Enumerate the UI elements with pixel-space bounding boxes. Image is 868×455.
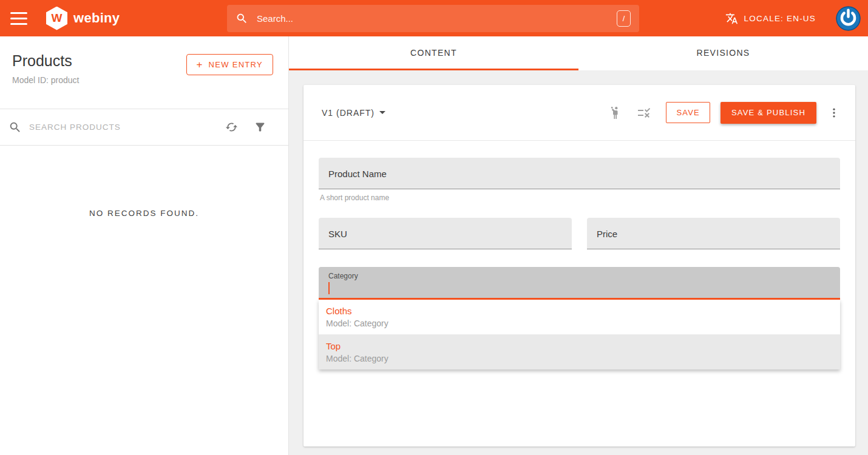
product-name-field[interactable]: Product Name [319, 158, 840, 189]
webiny-hexagon-icon: W [46, 7, 67, 30]
search-icon [236, 12, 248, 25]
entry-card-header: V1 (DRAFT) SAVE [303, 85, 855, 141]
records-sidebar: Products Model ID: product + NEW ENTRY N… [0, 36, 289, 455]
sku-label: SKU [328, 228, 347, 238]
category-section: Category Cloths Model: Category Top Mode… [319, 267, 840, 369]
content-panel: V1 (DRAFT) SAVE [289, 70, 868, 455]
global-search-bar: / [227, 5, 639, 32]
menu-bar [10, 18, 27, 19]
new-entry-button[interactable]: + NEW ENTRY [186, 54, 273, 75]
entry-form: Product Name A short product name SKU Pr… [303, 141, 855, 369]
top-app-bar: W webiny / LOCALE: EN-US [0, 0, 868, 36]
product-name-label: Product Name [328, 168, 387, 178]
translate-icon [725, 12, 738, 25]
new-entry-label: NEW ENTRY [209, 60, 263, 69]
product-name-helper: A short product name [320, 194, 840, 202]
tab-content[interactable]: CONTENT [289, 36, 578, 70]
webiny-logo[interactable]: W webiny [46, 7, 120, 30]
request-review-button[interactable] [608, 106, 622, 120]
locale-selector[interactable]: LOCALE: EN-US [725, 12, 816, 25]
menu-bar [10, 23, 27, 25]
menu-bar [10, 12, 27, 14]
logo-wordmark: webiny [73, 10, 120, 26]
filter-icon [254, 121, 266, 133]
empty-state-message: NO RECORDS FOUND. [0, 209, 288, 218]
logo-letter: W [52, 12, 63, 25]
option-title: Top [326, 341, 833, 351]
version-label: V1 (DRAFT) [322, 108, 375, 118]
price-field[interactable]: Price [587, 218, 840, 249]
filter-button[interactable] [254, 121, 266, 133]
entry-card: V1 (DRAFT) SAVE [303, 85, 855, 447]
option-title: Cloths [326, 306, 833, 316]
option-subtitle: Model: Category [326, 354, 833, 363]
tab-revisions[interactable]: REVISIONS [578, 36, 868, 70]
category-field[interactable]: Category [319, 267, 840, 300]
entry-editor-area: CONTENT REVISIONS V1 (DRAFT) [289, 36, 868, 455]
editor-tabs: CONTENT REVISIONS [289, 36, 868, 70]
save-publish-button[interactable]: SAVE & PUBLISH [721, 102, 816, 124]
sku-field[interactable]: SKU [319, 218, 572, 249]
refresh-icon [225, 121, 238, 133]
model-id-subtitle: Model ID: product [12, 75, 288, 85]
records-search-row [0, 109, 288, 146]
global-search-input[interactable] [257, 13, 617, 24]
price-label: Price [597, 228, 617, 238]
locale-label: LOCALE: EN-US [744, 14, 816, 23]
refresh-button[interactable] [225, 121, 238, 133]
topbar-right-cluster: LOCALE: EN-US [725, 0, 861, 36]
save-button[interactable]: SAVE [666, 102, 710, 123]
suggestion-option[interactable]: Cloths Model: Category [319, 300, 840, 335]
menu-icon[interactable] [10, 12, 27, 25]
slash-shortcut-badge: / [617, 10, 631, 27]
text-caret [328, 282, 330, 294]
sku-price-row: SKU Price [319, 218, 840, 249]
rule-check-x-icon [637, 106, 651, 120]
validation-rules-button[interactable] [637, 106, 651, 120]
option-subtitle: Model: Category [326, 318, 833, 328]
category-label: Category [328, 272, 358, 280]
version-selector[interactable]: V1 (DRAFT) [322, 108, 385, 118]
kebab-icon [828, 107, 840, 119]
search-icon [8, 121, 22, 134]
suggestion-option[interactable]: Top Model: Category [319, 335, 840, 369]
chevron-down-icon [379, 111, 385, 114]
user-avatar[interactable] [836, 6, 861, 31]
records-search-input[interactable] [29, 123, 209, 132]
plus-icon: + [197, 59, 203, 71]
more-options-button[interactable] [826, 102, 842, 124]
sidebar-header: Products Model ID: product + NEW ENTRY [0, 36, 288, 109]
category-suggestions: Cloths Model: Category Top Model: Catego… [319, 300, 840, 369]
person-waving-icon [608, 106, 622, 120]
